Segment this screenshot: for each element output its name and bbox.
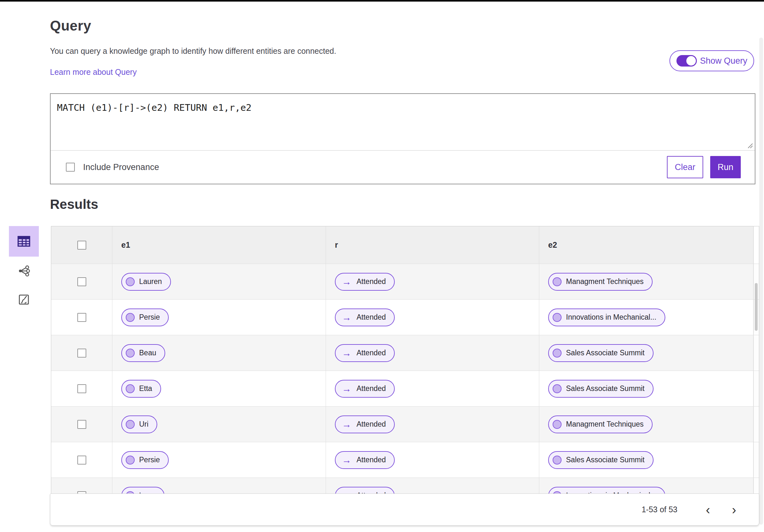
chevron-left-icon: ‹: [706, 503, 710, 517]
entity-pill-e2[interactable]: Managment Techniques: [548, 416, 653, 433]
row-e1-label: Etta: [139, 384, 152, 393]
entity-pill-e1[interactable]: Persie: [121, 308, 169, 326]
row-r-label: Attended: [356, 384, 386, 393]
results-table-body: Lauren → Attended Managment Techniques P…: [51, 264, 759, 513]
row-e2-label: Innovations in Mechanical...: [566, 313, 657, 321]
entity-pill-e1[interactable]: Uri: [121, 416, 157, 433]
entity-dot-icon: [553, 277, 562, 286]
toggle-knob: [686, 56, 696, 66]
entity-pill-e2[interactable]: Sales Associate Summit: [548, 344, 654, 362]
row-checkbox[interactable]: [77, 384, 86, 393]
entity-dot-icon: [553, 455, 562, 464]
row-r-label: Attended: [356, 277, 386, 286]
table-view-button[interactable]: [9, 226, 39, 257]
entity-pill-e2[interactable]: Sales Associate Summit: [548, 451, 654, 469]
query-textarea[interactable]: MATCH (e1)-[r]->(e2) RETURN e1,r,e2: [51, 94, 755, 151]
relation-pill[interactable]: → Attended: [335, 416, 395, 433]
results-title: Results: [50, 197, 98, 212]
include-provenance-checkbox[interactable]: [66, 163, 75, 172]
entity-pill-e1[interactable]: Etta: [121, 380, 161, 398]
entity-pill-e1[interactable]: Persie: [121, 451, 169, 469]
row-e1-label: Persie: [139, 313, 160, 321]
pagination-range: 1-53 of 53: [642, 505, 677, 514]
entity-pill-e2[interactable]: Sales Associate Summit: [548, 380, 654, 398]
entity-dot-icon: [126, 277, 135, 286]
entity-pill-e1[interactable]: Lauren: [121, 273, 171, 291]
column-header-r[interactable]: r: [335, 240, 338, 250]
row-r-label: Attended: [356, 349, 386, 357]
learn-more-link[interactable]: Learn more about Query: [50, 68, 136, 77]
arrow-right-icon: →: [342, 455, 351, 465]
entity-pill-e2[interactable]: Managment Techniques: [548, 273, 653, 291]
entity-pill-e1[interactable]: Beau: [121, 344, 165, 362]
explore-view-icon: [18, 293, 30, 306]
table-row: Uri → Attended Managment Techniques: [51, 406, 759, 442]
row-r-label: Attended: [356, 313, 386, 321]
table-view-icon: [16, 234, 32, 249]
pagination-bar: 1-53 of 53 ‹ ›: [50, 493, 759, 526]
row-e2-label: Managment Techniques: [566, 420, 644, 429]
table-scrollbar-thumb[interactable]: [755, 283, 758, 331]
relation-pill[interactable]: → Attended: [335, 451, 395, 469]
query-text: MATCH (e1)-[r]->(e2) RETURN e1,r,e2: [57, 102, 748, 113]
row-e1-label: Uri: [139, 420, 148, 429]
arrow-right-icon: →: [342, 313, 351, 322]
table-row: Beau → Attended Sales Associate Summit: [51, 335, 759, 371]
table-row: Persie → Attended Sales Associate Summit: [51, 442, 759, 477]
entity-dot-icon: [553, 384, 562, 393]
show-query-label: Show Query: [700, 56, 747, 66]
row-checkbox[interactable]: [77, 349, 86, 358]
row-checkbox[interactable]: [77, 420, 86, 429]
table-row: Lauren → Attended Managment Techniques: [51, 264, 759, 299]
arrow-right-icon: →: [342, 420, 351, 429]
table-row: Etta → Attended Sales Associate Summit: [51, 371, 759, 406]
relation-pill[interactable]: → Attended: [335, 380, 395, 398]
row-checkbox[interactable]: [77, 455, 86, 464]
relation-pill[interactable]: → Attended: [335, 273, 395, 291]
entity-dot-icon: [553, 313, 562, 322]
clear-button[interactable]: Clear: [667, 156, 703, 178]
include-provenance-label: Include Provenance: [83, 162, 159, 172]
entity-dot-icon: [126, 313, 135, 322]
row-checkbox[interactable]: [77, 277, 86, 286]
row-checkbox[interactable]: [77, 313, 86, 322]
chevron-right-icon: ›: [732, 503, 736, 517]
results-table-header: e1 r e2: [51, 226, 759, 264]
query-description: You can query a knowledge graph to ident…: [50, 47, 336, 56]
column-header-e1[interactable]: e1: [121, 240, 130, 250]
entity-dot-icon: [126, 349, 135, 358]
row-e2-label: Sales Associate Summit: [566, 455, 645, 464]
page-scrollbar-thumb[interactable]: [759, 38, 763, 525]
top-border-bar: [0, 0, 764, 2]
pagination-next-button[interactable]: ›: [724, 503, 744, 516]
select-all-checkbox[interactable]: [77, 241, 86, 250]
entity-dot-icon: [126, 384, 135, 393]
arrow-right-icon: →: [342, 384, 351, 394]
row-e1-label: Persie: [139, 455, 160, 464]
row-e2-label: Sales Associate Summit: [566, 384, 645, 393]
row-e1-label: Lauren: [139, 277, 162, 286]
show-query-toggle[interactable]: Show Query: [669, 50, 754, 71]
entity-pill-e2[interactable]: Innovations in Mechanical...: [548, 308, 665, 326]
results-view-switcher: [9, 226, 39, 314]
page-title: Query: [50, 18, 92, 34]
row-e2-label: Managment Techniques: [566, 277, 644, 286]
relation-pill[interactable]: → Attended: [335, 344, 395, 362]
relation-pill[interactable]: → Attended: [335, 308, 395, 326]
pagination-prev-button[interactable]: ‹: [698, 503, 717, 516]
query-editor-panel: MATCH (e1)-[r]->(e2) RETURN e1,r,e2 Incl…: [50, 93, 755, 184]
entity-dot-icon: [553, 420, 562, 429]
graph-view-button[interactable]: [9, 257, 39, 285]
graph-view-icon: [17, 264, 31, 277]
row-r-label: Attended: [356, 420, 386, 429]
query-editor-footer: Include Provenance Clear Run: [51, 151, 755, 184]
results-table: e1 r e2 Lauren → Attended Managment Tech…: [51, 226, 759, 513]
column-header-e2[interactable]: e2: [548, 240, 557, 250]
arrow-right-icon: →: [342, 277, 351, 286]
run-button[interactable]: Run: [710, 156, 741, 178]
explore-view-button[interactable]: [9, 285, 39, 314]
arrow-right-icon: →: [342, 348, 351, 358]
toggle-on-icon[interactable]: [676, 55, 697, 67]
resize-handle-icon[interactable]: [746, 141, 753, 149]
include-provenance-option[interactable]: Include Provenance: [66, 162, 159, 172]
